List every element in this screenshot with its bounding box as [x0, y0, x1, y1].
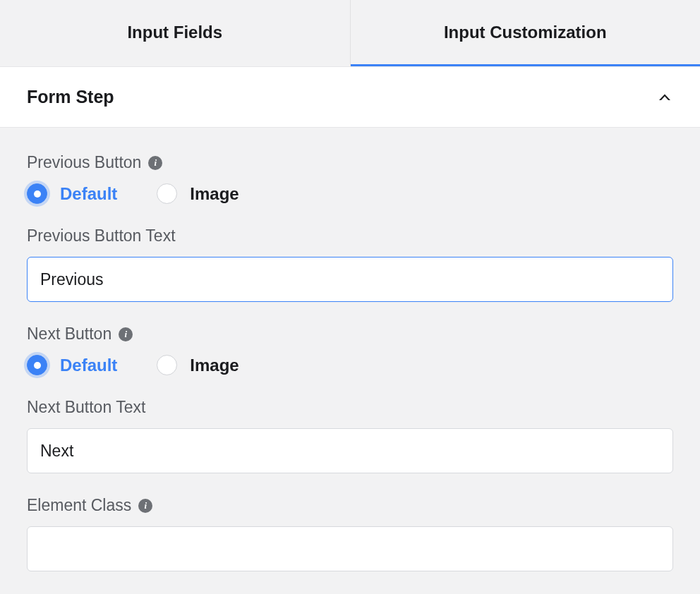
- field-label-row: Next Button Text: [27, 398, 673, 417]
- info-icon[interactable]: i: [119, 327, 133, 341]
- next-button-label: Next Button: [27, 325, 111, 344]
- previous-button-label: Previous Button: [27, 153, 141, 172]
- section-title: Form Step: [27, 87, 114, 107]
- section-header-form-step[interactable]: Form Step: [0, 66, 700, 128]
- next-button-text-label: Next Button Text: [27, 398, 145, 417]
- info-icon[interactable]: i: [148, 156, 162, 170]
- info-icon[interactable]: i: [138, 499, 152, 513]
- radio-label: Default: [60, 356, 117, 375]
- radio-indicator: [27, 355, 47, 375]
- field-label-row: Next Button i: [27, 325, 673, 344]
- previous-button-text-group: Previous Button Text: [27, 226, 673, 302]
- next-button-group: Next Button i Default Image: [27, 325, 673, 375]
- radio-indicator: [157, 183, 177, 204]
- panel-body: Previous Button i Default Image Previous…: [0, 128, 700, 594]
- radio-label: Image: [190, 356, 239, 375]
- chevron-up-icon: [656, 89, 673, 106]
- previous-button-group: Previous Button i Default Image: [27, 153, 673, 204]
- previous-button-radio-row: Default Image: [27, 183, 673, 204]
- radio-indicator: [27, 183, 47, 204]
- element-class-group: Element Class i: [27, 496, 673, 571]
- tabs-container: Input Fields Input Customization: [0, 0, 700, 66]
- field-label-row: Previous Button Text: [27, 226, 673, 246]
- next-button-radio-default[interactable]: Default: [27, 355, 117, 375]
- tab-input-customization[interactable]: Input Customization: [351, 0, 701, 66]
- radio-label: Default: [60, 184, 117, 204]
- previous-button-radio-image[interactable]: Image: [157, 183, 239, 204]
- previous-button-radio-default[interactable]: Default: [27, 183, 117, 204]
- previous-button-text-label: Previous Button Text: [27, 226, 176, 246]
- next-button-radio-row: Default Image: [27, 355, 673, 375]
- element-class-input[interactable]: [27, 526, 673, 571]
- next-button-text-group: Next Button Text: [27, 398, 673, 473]
- tab-label: Input Fields: [127, 23, 222, 42]
- radio-indicator: [157, 355, 177, 375]
- element-class-label: Element Class: [27, 496, 131, 515]
- tab-label: Input Customization: [444, 23, 607, 42]
- tab-input-fields[interactable]: Input Fields: [0, 0, 351, 66]
- field-label-row: Element Class i: [27, 496, 673, 515]
- field-label-row: Previous Button i: [27, 153, 673, 172]
- next-button-text-input[interactable]: [27, 428, 673, 473]
- radio-label: Image: [190, 184, 239, 204]
- next-button-radio-image[interactable]: Image: [157, 355, 239, 375]
- previous-button-text-input[interactable]: [27, 257, 673, 302]
